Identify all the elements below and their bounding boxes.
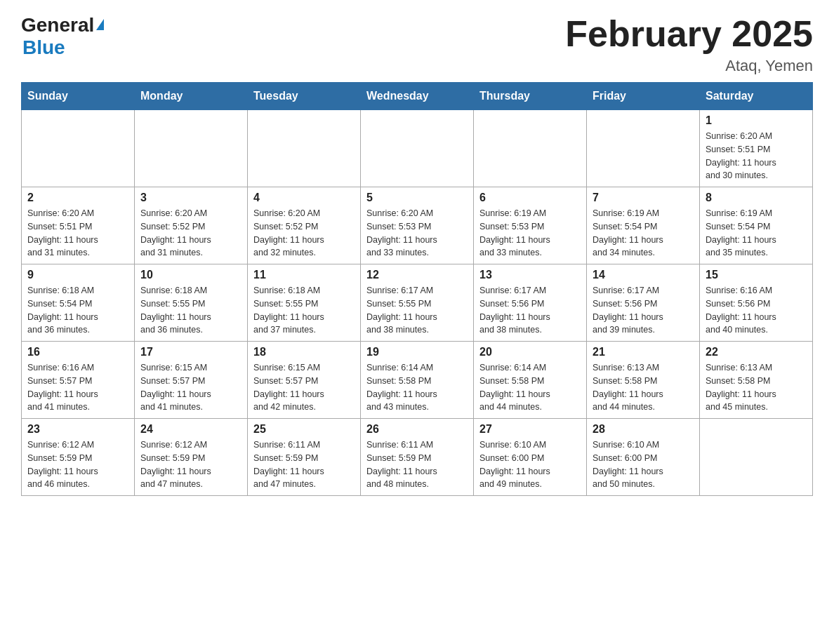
day-info: Sunrise: 6:19 AMSunset: 5:53 PMDaylight:… <box>479 207 581 260</box>
calendar-day-cell: 6Sunrise: 6:19 AMSunset: 5:53 PMDaylight… <box>474 187 587 264</box>
day-number: 22 <box>706 346 807 358</box>
day-number: 9 <box>27 269 128 281</box>
day-number: 15 <box>706 269 807 281</box>
col-sunday: Sunday <box>22 83 135 110</box>
calendar-day-cell: 20Sunrise: 6:14 AMSunset: 5:58 PMDayligh… <box>474 342 587 419</box>
day-info: Sunrise: 6:12 AMSunset: 5:59 PMDaylight:… <box>140 438 241 491</box>
day-number: 21 <box>593 346 694 358</box>
col-saturday: Saturday <box>700 83 813 110</box>
day-number: 16 <box>27 346 128 358</box>
calendar-day-cell: 10Sunrise: 6:18 AMSunset: 5:55 PMDayligh… <box>135 264 248 342</box>
day-number: 27 <box>479 423 581 436</box>
logo-triangle-icon <box>96 19 104 30</box>
calendar-day-cell: 7Sunrise: 6:19 AMSunset: 5:54 PMDaylight… <box>587 187 700 264</box>
calendar-day-cell: 15Sunrise: 6:16 AMSunset: 5:56 PMDayligh… <box>700 264 813 342</box>
logo-general-text: General <box>21 14 94 36</box>
day-info: Sunrise: 6:18 AMSunset: 5:55 PMDaylight:… <box>253 284 355 337</box>
location-text: Ataq, Yemen <box>565 57 813 75</box>
day-info: Sunrise: 6:20 AMSunset: 5:51 PMDaylight:… <box>27 207 128 260</box>
day-info: Sunrise: 6:12 AMSunset: 5:59 PMDaylight:… <box>27 438 128 491</box>
day-info: Sunrise: 6:17 AMSunset: 5:55 PMDaylight:… <box>366 284 468 337</box>
day-number: 12 <box>366 269 468 281</box>
day-info: Sunrise: 6:17 AMSunset: 5:56 PMDaylight:… <box>593 284 694 337</box>
calendar-day-cell: 3Sunrise: 6:20 AMSunset: 5:52 PMDaylight… <box>135 187 248 264</box>
day-info: Sunrise: 6:20 AMSunset: 5:53 PMDaylight:… <box>366 207 468 260</box>
day-number: 1 <box>706 114 807 127</box>
day-number: 19 <box>366 346 468 358</box>
calendar-day-cell: 25Sunrise: 6:11 AMSunset: 5:59 PMDayligh… <box>248 419 361 496</box>
col-friday: Friday <box>587 83 700 110</box>
day-number: 3 <box>140 192 241 204</box>
day-info: Sunrise: 6:11 AMSunset: 5:59 PMDaylight:… <box>253 438 355 491</box>
logo: General Blue <box>21 14 104 59</box>
day-info: Sunrise: 6:13 AMSunset: 5:58 PMDaylight:… <box>706 361 807 414</box>
col-tuesday: Tuesday <box>248 83 361 110</box>
calendar-week-row: 1Sunrise: 6:20 AMSunset: 5:51 PMDaylight… <box>22 110 813 187</box>
col-monday: Monday <box>135 83 248 110</box>
calendar-day-cell: 18Sunrise: 6:15 AMSunset: 5:57 PMDayligh… <box>248 342 361 419</box>
day-number: 7 <box>593 192 694 204</box>
day-info: Sunrise: 6:16 AMSunset: 5:57 PMDaylight:… <box>27 361 128 414</box>
day-info: Sunrise: 6:18 AMSunset: 5:55 PMDaylight:… <box>140 284 241 337</box>
calendar-day-cell: 16Sunrise: 6:16 AMSunset: 5:57 PMDayligh… <box>22 342 135 419</box>
day-info: Sunrise: 6:20 AMSunset: 5:52 PMDaylight:… <box>140 207 241 260</box>
calendar-day-cell: 5Sunrise: 6:20 AMSunset: 5:53 PMDaylight… <box>361 187 474 264</box>
logo-blue-text: Blue <box>22 36 65 59</box>
calendar-day-cell: 27Sunrise: 6:10 AMSunset: 6:00 PMDayligh… <box>474 419 587 496</box>
day-number: 28 <box>593 423 694 436</box>
calendar-day-cell: 13Sunrise: 6:17 AMSunset: 5:56 PMDayligh… <box>474 264 587 342</box>
col-wednesday: Wednesday <box>361 83 474 110</box>
calendar-week-row: 16Sunrise: 6:16 AMSunset: 5:57 PMDayligh… <box>22 342 813 419</box>
calendar-week-row: 9Sunrise: 6:18 AMSunset: 5:54 PMDaylight… <box>22 264 813 342</box>
day-number: 26 <box>366 423 468 436</box>
day-number: 4 <box>253 192 355 204</box>
calendar-day-cell <box>248 110 361 187</box>
calendar-day-cell: 23Sunrise: 6:12 AMSunset: 5:59 PMDayligh… <box>22 419 135 496</box>
day-info: Sunrise: 6:15 AMSunset: 5:57 PMDaylight:… <box>253 361 355 414</box>
calendar-day-cell: 26Sunrise: 6:11 AMSunset: 5:59 PMDayligh… <box>361 419 474 496</box>
calendar-day-cell <box>135 110 248 187</box>
day-info: Sunrise: 6:10 AMSunset: 6:00 PMDaylight:… <box>479 438 581 491</box>
day-info: Sunrise: 6:16 AMSunset: 5:56 PMDaylight:… <box>706 284 807 337</box>
calendar-day-cell: 2Sunrise: 6:20 AMSunset: 5:51 PMDaylight… <box>22 187 135 264</box>
day-info: Sunrise: 6:20 AMSunset: 5:51 PMDaylight:… <box>706 130 807 182</box>
day-number: 23 <box>27 423 128 436</box>
calendar-day-cell <box>361 110 474 187</box>
calendar-day-cell: 8Sunrise: 6:19 AMSunset: 5:54 PMDaylight… <box>700 187 813 264</box>
day-number: 20 <box>479 346 581 358</box>
day-number: 5 <box>366 192 468 204</box>
day-info: Sunrise: 6:15 AMSunset: 5:57 PMDaylight:… <box>140 361 241 414</box>
page-header: General Blue February 2025 Ataq, Yemen <box>21 14 813 75</box>
calendar-day-cell <box>587 110 700 187</box>
day-number: 24 <box>140 423 241 436</box>
day-number: 14 <box>593 269 694 281</box>
calendar-day-cell: 17Sunrise: 6:15 AMSunset: 5:57 PMDayligh… <box>135 342 248 419</box>
calendar-day-cell: 12Sunrise: 6:17 AMSunset: 5:55 PMDayligh… <box>361 264 474 342</box>
day-number: 6 <box>479 192 581 204</box>
day-info: Sunrise: 6:11 AMSunset: 5:59 PMDaylight:… <box>366 438 468 491</box>
calendar-day-cell: 14Sunrise: 6:17 AMSunset: 5:56 PMDayligh… <box>587 264 700 342</box>
day-info: Sunrise: 6:19 AMSunset: 5:54 PMDaylight:… <box>706 207 807 260</box>
calendar-day-cell <box>22 110 135 187</box>
day-info: Sunrise: 6:18 AMSunset: 5:54 PMDaylight:… <box>27 284 128 337</box>
calendar-day-cell <box>700 419 813 496</box>
calendar-day-cell: 11Sunrise: 6:18 AMSunset: 5:55 PMDayligh… <box>248 264 361 342</box>
day-number: 25 <box>253 423 355 436</box>
calendar-week-row: 2Sunrise: 6:20 AMSunset: 5:51 PMDaylight… <box>22 187 813 264</box>
col-thursday: Thursday <box>474 83 587 110</box>
day-number: 2 <box>27 192 128 204</box>
calendar-week-row: 23Sunrise: 6:12 AMSunset: 5:59 PMDayligh… <box>22 419 813 496</box>
calendar-day-cell: 21Sunrise: 6:13 AMSunset: 5:58 PMDayligh… <box>587 342 700 419</box>
day-number: 18 <box>253 346 355 358</box>
day-info: Sunrise: 6:13 AMSunset: 5:58 PMDaylight:… <box>593 361 694 414</box>
calendar-day-cell: 4Sunrise: 6:20 AMSunset: 5:52 PMDaylight… <box>248 187 361 264</box>
calendar-header-row: Sunday Monday Tuesday Wednesday Thursday… <box>22 83 813 110</box>
calendar-day-cell: 19Sunrise: 6:14 AMSunset: 5:58 PMDayligh… <box>361 342 474 419</box>
month-title: February 2025 <box>565 14 813 54</box>
day-number: 13 <box>479 269 581 281</box>
day-info: Sunrise: 6:14 AMSunset: 5:58 PMDaylight:… <box>366 361 468 414</box>
day-info: Sunrise: 6:19 AMSunset: 5:54 PMDaylight:… <box>593 207 694 260</box>
day-number: 8 <box>706 192 807 204</box>
day-info: Sunrise: 6:17 AMSunset: 5:56 PMDaylight:… <box>479 284 581 337</box>
calendar-day-cell: 22Sunrise: 6:13 AMSunset: 5:58 PMDayligh… <box>700 342 813 419</box>
